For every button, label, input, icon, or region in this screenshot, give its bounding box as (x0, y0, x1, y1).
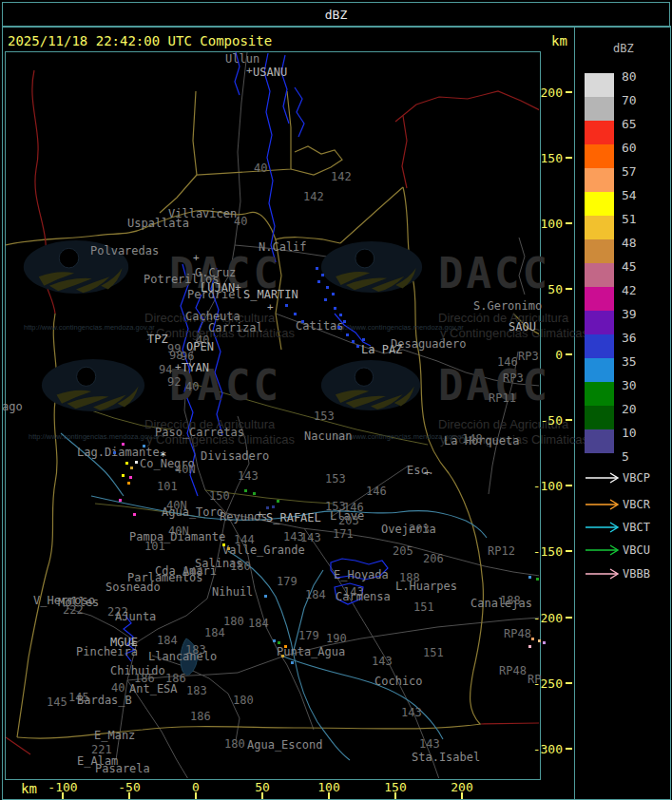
radar-echo (273, 639, 276, 642)
map-label: RP11 (489, 392, 516, 404)
colorbar-tick-label: 20 (622, 403, 637, 415)
x-tick-mark (394, 792, 396, 799)
map-label: 180 (233, 695, 254, 706)
radar-echo (119, 499, 122, 502)
y-tick-label: 50 (523, 283, 563, 295)
map-label: Nihuil (212, 586, 253, 598)
map-label: 40 (254, 162, 267, 174)
legend-label: VBCU (623, 544, 650, 556)
map-label: TPZ (147, 333, 168, 345)
radar-echo (125, 462, 128, 465)
legend-arrow-icon (585, 568, 621, 580)
legend-label: VBCP (623, 472, 650, 484)
watermark-url: http://www.contingencias.mendoza.gov.ar (333, 324, 464, 332)
colorbar-swatch (585, 358, 614, 382)
colorbar-tick-label: 80 (622, 70, 637, 83)
map-label: 186 (190, 711, 211, 722)
y-tick-mark (566, 617, 572, 619)
map-label: 151 (413, 601, 434, 613)
map-label: 180 (224, 738, 245, 750)
radar-echo (339, 314, 342, 316)
y-tick-mark (566, 288, 572, 290)
map-label: 183 (186, 685, 207, 696)
map-label: 40 (196, 334, 209, 346)
radar-echo (277, 500, 279, 503)
x-tick-mark (128, 792, 130, 799)
page-title: dBZ (2, 2, 670, 28)
map-label: 179 (298, 630, 319, 641)
y-tick-mark (566, 353, 572, 355)
watermark-url: http://www.contingencias.mendoza.gov.ar (24, 324, 155, 332)
map-label: 142 (303, 191, 324, 202)
y-tick-mark (566, 419, 572, 421)
map-label: Polvaredas (90, 245, 159, 257)
map-label: S_MARTIN (243, 289, 298, 300)
radar-echo (264, 595, 267, 598)
radar-echo (272, 505, 275, 508)
radar-composite-window: dBZ 2025/11/18 22:42:00 UTC Composite km… (0, 0, 672, 800)
map-label: 143 (300, 532, 321, 543)
radar-echo (122, 443, 125, 446)
radar-echo (538, 639, 541, 642)
map-label: 180 (223, 616, 244, 627)
map-label: 206 (423, 553, 444, 564)
colorbar-tick-label: 65 (622, 118, 637, 130)
radar-echo (324, 298, 327, 301)
map-label: Uspallata (127, 218, 189, 229)
radar-echo (284, 645, 287, 648)
station-marker: + (246, 66, 253, 76)
map-label: 153 (314, 410, 335, 422)
x-tick-mark (62, 792, 64, 799)
radar-echo (133, 513, 136, 516)
map-label: RP48 (499, 665, 527, 676)
colorbar-tick-label: 48 (622, 237, 637, 249)
y-tick-mark (566, 222, 572, 224)
radar-echo (253, 492, 256, 495)
radar-echo (278, 641, 280, 644)
radar-echo (135, 461, 138, 464)
map-label: 143 (419, 738, 440, 750)
map-label: 222 (63, 604, 84, 616)
timestamp-label: 2025/11/18 22:42:00 UTC Composite (8, 33, 272, 48)
y-tick-label: 200 (523, 86, 563, 99)
radar-echo (285, 304, 288, 307)
y-tick-mark (566, 682, 572, 684)
colorbar-tick-label: 39 (622, 308, 637, 320)
colorbar-swatch (585, 263, 614, 287)
legend-label: VBCT (623, 522, 650, 533)
map-label: Cochico (374, 676, 423, 687)
x-tick-mark (195, 792, 197, 799)
map-label: 148 (462, 433, 483, 445)
y-tick-mark (566, 748, 572, 750)
map-label: ago (2, 401, 23, 412)
map-label: 94 (159, 364, 172, 375)
station-marker: + (193, 253, 200, 263)
map-label: TYAN (182, 362, 209, 373)
colorbar-tick-label: 30 (622, 379, 637, 391)
colorbar-swatch (585, 382, 614, 406)
map-label: 143 (238, 470, 259, 482)
radar-echo (227, 547, 230, 550)
radar-echo (528, 576, 531, 579)
map-label: 184 (248, 618, 269, 629)
legend-arrow-icon (585, 544, 621, 556)
y-tick-mark (566, 157, 572, 159)
map-label: Bardas_B (77, 695, 132, 706)
map-label: S_RAFAEL (266, 512, 321, 524)
map-label: 142 (331, 171, 352, 182)
map-label: 205 (393, 545, 413, 557)
radar-echo (127, 482, 130, 485)
radar-echo (130, 467, 133, 469)
map-label: 146 (366, 486, 387, 497)
radar-echo (301, 320, 304, 323)
map-label: Llancanelo (148, 651, 217, 662)
map-label: S.Geronimo (473, 300, 542, 312)
colorbar-swatch (585, 73, 614, 97)
colorbar-tick-label: 36 (622, 332, 637, 344)
y-tick-label: -200 (523, 612, 563, 624)
station-marker: + (235, 282, 241, 293)
dacc-eye-logo-icon (41, 350, 145, 421)
colorbar-swatch (585, 97, 614, 121)
map-label: Valle_Grande (222, 544, 305, 556)
colorbar-tick-label: 10 (622, 427, 637, 439)
